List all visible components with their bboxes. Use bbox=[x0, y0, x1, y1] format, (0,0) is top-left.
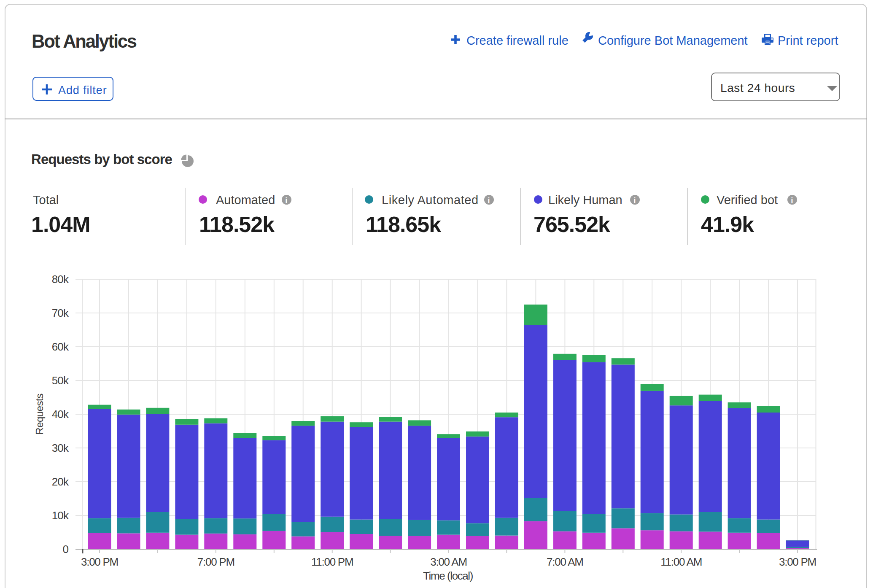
svg-text:7:00 AM: 7:00 AM bbox=[547, 556, 583, 568]
svg-text:11:00 PM: 11:00 PM bbox=[311, 556, 353, 568]
svg-text:10k: 10k bbox=[52, 509, 69, 522]
svg-text:3:00 PM: 3:00 PM bbox=[81, 556, 118, 568]
svg-text:0: 0 bbox=[62, 543, 68, 556]
svg-text:40k: 40k bbox=[52, 408, 69, 421]
svg-text:50k: 50k bbox=[52, 374, 69, 387]
svg-text:7:00 PM: 7:00 PM bbox=[197, 556, 234, 568]
svg-text:30k: 30k bbox=[52, 442, 69, 454]
svg-text:Requests: Requests bbox=[34, 394, 45, 435]
svg-text:60k: 60k bbox=[52, 340, 69, 353]
svg-text:11:00 AM: 11:00 AM bbox=[660, 556, 702, 568]
svg-text:70k: 70k bbox=[52, 307, 69, 319]
svg-text:Time (local): Time (local) bbox=[423, 569, 473, 582]
svg-text:3:00 AM: 3:00 AM bbox=[430, 556, 467, 568]
svg-text:80k: 80k bbox=[52, 273, 69, 286]
svg-text:20k: 20k bbox=[52, 475, 69, 488]
svg-text:3:00 PM: 3:00 PM bbox=[779, 556, 816, 568]
